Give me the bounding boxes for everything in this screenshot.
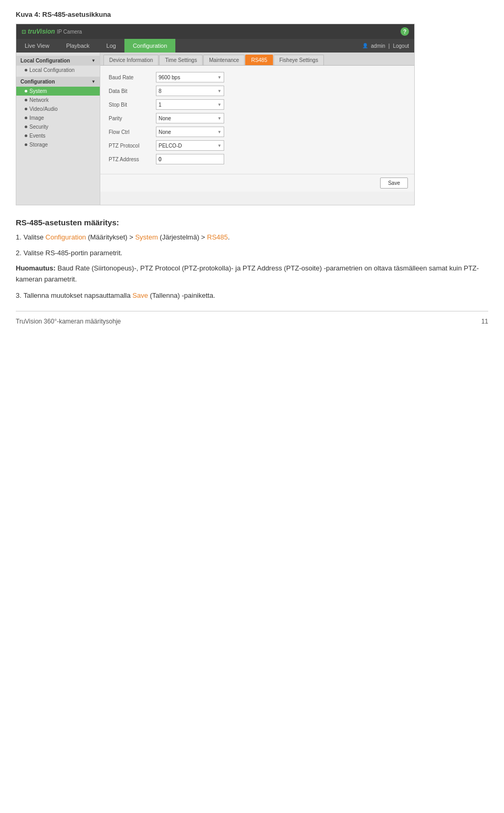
step-3-text: Tallenna muutokset napsauttamalla Save (… xyxy=(24,290,215,301)
dot-icon xyxy=(25,134,27,137)
select-ptz-protocol-value: PELCO-D xyxy=(159,143,182,149)
sidebar-item-storage[interactable]: Storage xyxy=(16,140,100,149)
cam-main: Device Information Time Settings Mainten… xyxy=(100,53,414,205)
figure-title: Kuva 4: RS-485-asetusikkuna xyxy=(16,11,488,18)
label-baud-rate: Baud Rate xyxy=(109,75,156,80)
sidebar-item-events-label: Events xyxy=(29,133,46,139)
select-flow-ctrl[interactable]: None ▼ xyxy=(156,127,224,137)
footer-bar: TruVision 360°-kameran määritysohje 11 xyxy=(16,311,488,325)
nav-logout[interactable]: Logout xyxy=(393,43,409,49)
label-data-bit: Data Bit xyxy=(109,88,156,94)
label-parity: Parity xyxy=(109,116,156,121)
camera-icon: ⊡ xyxy=(22,29,26,35)
chevron-down-icon: ▼ xyxy=(217,102,222,107)
step-1-num: 1. xyxy=(16,232,22,243)
nav-live-view[interactable]: Live View xyxy=(16,39,58,53)
select-baud-rate-value: 9600 bps xyxy=(159,75,180,80)
sidebar-item-events[interactable]: Events xyxy=(16,131,100,140)
note-text: Baud Rate (Siirtonopeus)-, PTZ Protocol … xyxy=(16,264,479,283)
link-system: System xyxy=(135,233,158,241)
save-button[interactable]: Save xyxy=(380,178,408,189)
sidebar-item-video-audio-label: Video/Audio xyxy=(29,106,58,112)
step-3: 3. Tallenna muutokset napsauttamalla Sav… xyxy=(16,290,488,301)
step-1: 1. Valitse Configuration (Määritykset) >… xyxy=(16,232,488,243)
chevron-down-icon: ▼ xyxy=(217,130,222,134)
model-name: IP Camera xyxy=(57,29,82,35)
select-data-bit[interactable]: 8 ▼ xyxy=(156,86,224,96)
footer-right: 11 xyxy=(481,318,488,325)
select-ptz-protocol[interactable]: PELCO-D ▼ xyxy=(156,140,224,151)
form-row-baud-rate: Baud Rate 9600 bps ▼ xyxy=(109,72,406,82)
select-stop-bit-value: 1 xyxy=(159,102,162,108)
brand-name: truVision xyxy=(28,28,55,35)
sidebar-item-local-config[interactable]: Local Configuration xyxy=(16,66,100,75)
sidebar-item-security[interactable]: Security xyxy=(16,122,100,131)
sidebar-item-security-label: Security xyxy=(29,124,48,130)
label-stop-bit: Stop Bit xyxy=(109,102,156,108)
sidebar-item-image-label: Image xyxy=(29,115,44,121)
subtab-fisheye[interactable]: Fisheye Settings xyxy=(274,55,324,65)
section-heading: RS-485-asetusten määritys: xyxy=(16,218,488,227)
step-3-num: 3. xyxy=(16,290,22,301)
link-save: Save xyxy=(132,291,148,299)
cam-logo: ⊡ truVision IP Camera xyxy=(22,28,82,35)
form-row-parity: Parity None ▼ xyxy=(109,113,406,123)
select-parity[interactable]: None ▼ xyxy=(156,113,224,123)
subtab-time-settings[interactable]: Time Settings xyxy=(159,55,203,65)
sidebar-local-config-label: Local Configuration xyxy=(20,58,70,64)
nav-configuration[interactable]: Configuration xyxy=(124,39,175,53)
select-parity-value: None xyxy=(159,116,171,121)
chevron-down-icon: ▼ xyxy=(217,116,222,121)
nav-separator: | xyxy=(388,43,390,49)
subtab-rs485[interactable]: RS485 xyxy=(245,55,273,65)
user-icon: 👤 xyxy=(362,43,368,48)
dot-icon xyxy=(25,108,27,110)
nav-username: admin xyxy=(371,43,385,49)
cam-nav: Live View Playback Log Configuration 👤 a… xyxy=(16,39,414,53)
sidebar-item-system[interactable]: System xyxy=(16,87,100,96)
input-ptz-address[interactable] xyxy=(156,154,224,164)
note-item: Huomautus: Baud Rate (Siirtonopeus)-, PT… xyxy=(16,263,488,285)
sidebar-item-network[interactable]: Network xyxy=(16,96,100,105)
cam-sidebar: Local Configuration ▼ Local Configuratio… xyxy=(16,53,100,205)
dot-icon xyxy=(25,99,27,101)
sidebar-item-image[interactable]: Image xyxy=(16,113,100,122)
form-row-stop-bit: Stop Bit 1 ▼ xyxy=(109,99,406,110)
sidebar-config-header[interactable]: Configuration ▼ xyxy=(16,77,100,87)
chevron-down-icon: ▼ xyxy=(217,143,222,148)
select-baud-rate[interactable]: 9600 bps ▼ xyxy=(156,72,224,82)
subtab-device-info[interactable]: Device Information xyxy=(103,55,159,65)
chevron-down-icon: ▼ xyxy=(217,89,222,93)
label-flow-ctrl: Flow Ctrl xyxy=(109,129,156,135)
help-button[interactable]: ? xyxy=(401,27,409,36)
subtab-maintenance[interactable]: Maintenance xyxy=(203,55,245,65)
select-stop-bit[interactable]: 1 ▼ xyxy=(156,99,224,110)
cam-footer: Save xyxy=(100,174,414,192)
nav-playback[interactable]: Playback xyxy=(58,39,98,53)
cam-nav-right: 👤 admin | Logout xyxy=(362,43,414,49)
dot-icon xyxy=(25,117,27,119)
dot-icon xyxy=(25,90,27,92)
cam-subtabs: Device Information Time Settings Mainten… xyxy=(100,53,414,66)
label-ptz-protocol: PTZ Protocol xyxy=(109,143,156,149)
cam-nav-left: Live View Playback Log Configuration xyxy=(16,39,175,53)
link-configuration: Configuration xyxy=(46,233,86,241)
step-1-text: Valitse Configuration (Määritykset) > Sy… xyxy=(24,232,230,243)
sidebar-item-local-config-label: Local Configuration xyxy=(29,67,75,73)
cam-content: Local Configuration ▼ Local Configuratio… xyxy=(16,53,414,205)
footer-left: TruVision 360°-kameran määritysohje xyxy=(16,318,121,325)
camera-ui-screenshot: ⊡ truVision IP Camera ? Live View Playba… xyxy=(16,24,415,205)
sidebar-local-config-header[interactable]: Local Configuration ▼ xyxy=(16,56,100,66)
form-row-data-bit: Data Bit 8 ▼ xyxy=(109,86,406,96)
sidebar-item-system-label: System xyxy=(29,88,47,94)
sidebar-item-storage-label: Storage xyxy=(29,142,48,148)
label-ptz-address: PTZ Address xyxy=(109,157,156,162)
cam-form: Baud Rate 9600 bps ▼ Data Bit 8 ▼ xyxy=(100,66,414,174)
dot-icon xyxy=(25,69,27,71)
sidebar-local-config-arrow: ▼ xyxy=(91,58,96,63)
nav-log[interactable]: Log xyxy=(98,39,124,53)
form-row-ptz-address: PTZ Address xyxy=(109,154,406,164)
sidebar-item-video-audio[interactable]: Video/Audio xyxy=(16,105,100,113)
step-2-text: Valitse RS-485-portin parametrit. xyxy=(24,248,122,258)
select-flow-ctrl-value: None xyxy=(159,129,171,135)
